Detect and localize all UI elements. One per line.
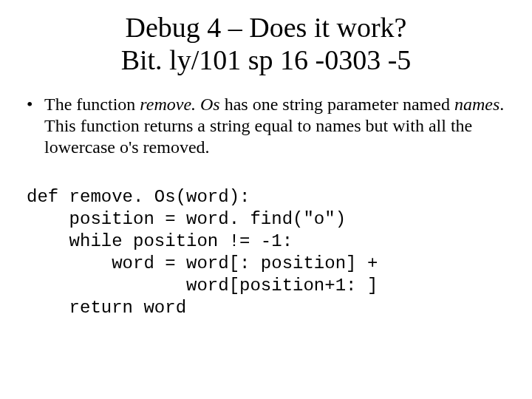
code-line-6: return word: [27, 298, 186, 318]
code-line-1: def remove. Os(word):: [27, 187, 250, 207]
slide-title: Debug 4 – Does it work? Bit. ly/101 sp 1…: [27, 12, 505, 76]
code-line-2: position = word. find("o"): [27, 209, 346, 229]
bullet-em-1: remove. Os: [140, 95, 219, 114]
title-line-2: Bit. ly/101 sp 16 -0303 -5: [121, 44, 412, 75]
bullet-em-2: names: [454, 95, 499, 114]
code-line-4: word = word[: position] +: [27, 253, 378, 273]
bullet-item: The function remove. Os has one string p…: [27, 94, 505, 157]
slide-body: The function remove. Os has one string p…: [27, 94, 505, 318]
code-line-3: while position != -1:: [27, 231, 293, 251]
code-line-5: word[position+1: ]: [27, 276, 378, 296]
code-block: def remove. Os(word): position = word. f…: [27, 186, 505, 319]
bullet-list: The function remove. Os has one string p…: [27, 94, 505, 157]
bullet-text-1: The function: [44, 95, 140, 114]
bullet-text-2: has one string parameter named: [220, 95, 454, 114]
title-line-1: Debug 4 – Does it work?: [126, 12, 407, 43]
slide: Debug 4 – Does it work? Bit. ly/101 sp 1…: [0, 0, 532, 399]
